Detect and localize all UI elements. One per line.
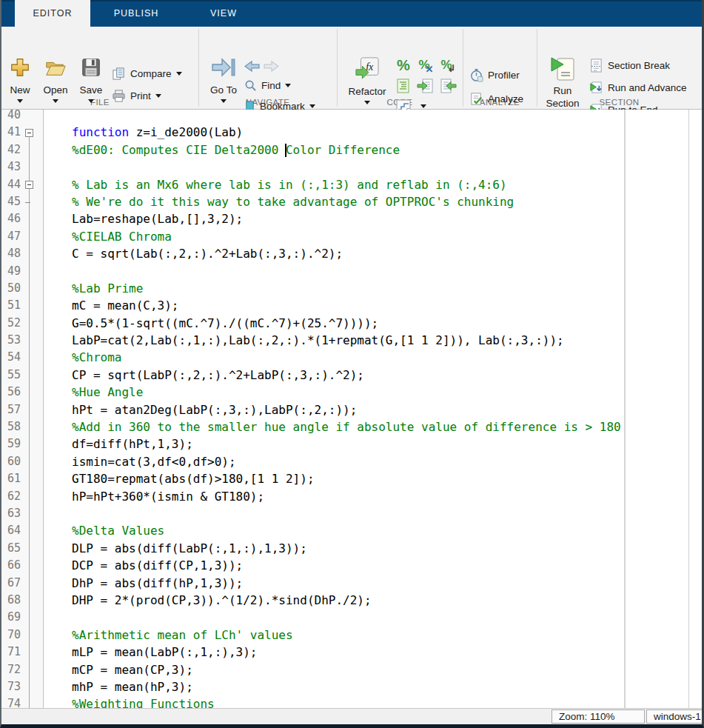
status-bar: Zoom: 110% windows-1	[1, 708, 702, 724]
encoding-indicator[interactable]: windows-1	[646, 709, 702, 724]
code-line[interactable]: 70%Arithmetic mean of LCh' values	[1, 627, 702, 644]
smart-indent-icon[interactable]	[395, 77, 412, 95]
fold-column[interactable]	[21, 176, 43, 193]
fold-column	[21, 592, 43, 609]
find-dropdown-arrow[interactable]	[285, 84, 291, 87]
line-number: 50	[1, 280, 21, 297]
wrap-comments-icon[interactable]: %↲	[439, 56, 457, 74]
line-number: 53	[1, 332, 21, 349]
fold-collapse-icon[interactable]	[25, 181, 33, 189]
code-line[interactable]: 61GT180=repmat(abs(df)>180,[1 1 2]);	[1, 470, 702, 487]
indent-options-dropdown-arrow[interactable]	[420, 104, 426, 108]
compare-icon	[112, 67, 126, 81]
indent-left-icon[interactable]	[439, 77, 457, 95]
code-line[interactable]: 46Lab=reshape(Lab,[],3,2);	[1, 210, 702, 227]
profiler-button[interactable]: Profiler	[469, 67, 520, 83]
fold-column	[21, 540, 43, 557]
code-line[interactable]: 40	[1, 110, 702, 124]
analyze-button[interactable]: Analyze	[469, 90, 523, 107]
line-number: 54	[1, 349, 21, 366]
fold-column	[21, 678, 43, 695]
fold-end-tick	[25, 202, 30, 203]
tab-view[interactable]: VIEW	[182, 0, 265, 27]
code-line[interactable]: 48C = sqrt(Lab(:,2,:).^2+Lab(:,3,:).^2);	[1, 245, 702, 262]
code-text: %Lab Prime	[43, 280, 143, 297]
code-line[interactable]: 67DhP = abs(diff(hP,1,3));	[1, 575, 702, 592]
code-line[interactable]: 53LabP=cat(2,Lab(:,1,:),Lab(:,2,:).*(1+r…	[1, 332, 702, 349]
code-line[interactable]: 55CP = sqrt(LabP(:,2,:).^2+LabP(:,3,:).^…	[1, 367, 702, 384]
fold-column	[21, 661, 43, 678]
code-line[interactable]: 43	[1, 158, 702, 176]
run-section-button[interactable]: Run Section	[544, 55, 581, 109]
code-line[interactable]: 45% We're do it this way to take advanta…	[1, 193, 702, 210]
code-line[interactable]: 63	[1, 505, 702, 522]
tab-publish[interactable]: PUBLISH	[90, 0, 182, 27]
goto-dropdown-arrow[interactable]	[221, 99, 227, 103]
code-line[interactable]: 65DLP = abs(diff(LabP(:,1,:),1,3));	[1, 540, 702, 557]
code-editor-pane[interactable]: 4041function z=i_de2000(Lab)42%dE00: Com…	[1, 110, 702, 708]
code-line[interactable]: 59df=diff(hPt,1,3);	[1, 435, 702, 453]
code-line[interactable]: 49	[1, 263, 702, 280]
open-button[interactable]: Open	[38, 56, 73, 103]
tab-editor[interactable]: EDITOR	[15, 0, 90, 27]
new-button[interactable]: New	[3, 56, 37, 103]
code-line[interactable]: 42%dE00: Computes CIE Delta2000 Color Di…	[1, 141, 702, 158]
save-button[interactable]: Save	[74, 56, 108, 103]
code-line[interactable]: 56%Hue Angle	[1, 384, 702, 401]
back-icon[interactable]	[243, 57, 261, 75]
code-line[interactable]: 68DHP = 2*(prod(CP,3)).^(1/2).*sind(DhP.…	[1, 592, 702, 609]
code-line[interactable]: 64%Delta Values	[1, 522, 702, 539]
code-text: %dE00: Computes CIE Delta2000 Color Diff…	[43, 141, 400, 158]
code-line[interactable]: 57hPt = atan2Deg(LabP(:,3,:),LabP(:,2,:)…	[1, 401, 702, 418]
refactor-button[interactable]: fx Refactor	[345, 56, 389, 104]
fold-column	[21, 522, 43, 539]
code-line[interactable]: 73mhP = mean(hP,3);	[1, 678, 702, 695]
code-text	[43, 110, 72, 124]
uncomment-icon[interactable]: %✕	[417, 56, 435, 74]
bookmark-dropdown-arrow[interactable]	[309, 104, 315, 108]
code-line[interactable]: 62hP=hPt+360*(ismin & GT180);	[1, 488, 702, 505]
code-text: hP=hPt+360*(ismin & GT180);	[43, 488, 264, 505]
code-text: DCP = abs(diff(CP,1,3));	[43, 557, 243, 574]
comment-icon[interactable]: %	[395, 56, 412, 74]
code-line[interactable]: 69	[1, 609, 702, 626]
line-number: 61	[1, 470, 21, 487]
find-button[interactable]: Find	[244, 77, 291, 93]
fold-column	[21, 280, 43, 297]
save-dropdown-arrow[interactable]	[88, 99, 94, 103]
code-line[interactable]: 44% Lab is an Mx6 where lab is in (:,1:3…	[1, 176, 702, 193]
line-number: 42	[1, 141, 21, 158]
code-line[interactable]: 72mCP = mean(CP,3);	[1, 661, 702, 678]
line-number: 41	[1, 124, 21, 141]
goto-button[interactable]: Go To	[207, 56, 240, 103]
refactor-dropdown-arrow[interactable]	[364, 101, 370, 104]
code-line[interactable]: 66DCP = abs(diff(CP,1,3));	[1, 557, 702, 574]
print-button[interactable]: Print	[112, 87, 161, 104]
zoom-level-indicator[interactable]: Zoom: 110%	[552, 709, 645, 724]
code-line[interactable]: 58%Add in 360 to the smaller hue angle i…	[1, 418, 702, 435]
code-line[interactable]: 50%Lab Prime	[1, 280, 702, 297]
code-line[interactable]: 52G=0.5*(1-sqrt((mC.^7)./((mC.^7)+(25.^7…	[1, 315, 702, 332]
code-line[interactable]: 60ismin=cat(3,df<0,df>0);	[1, 453, 702, 470]
code-text: GT180=repmat(abs(df)>180,[1 1 2]);	[43, 470, 315, 487]
fold-collapse-icon[interactable]	[25, 129, 33, 137]
open-dropdown-arrow[interactable]	[53, 99, 58, 103]
new-icon	[9, 56, 31, 79]
code-line[interactable]: 51mC = mean(C,3);	[1, 297, 702, 314]
code-line[interactable]: 54%Chroma	[1, 349, 702, 366]
fold-column[interactable]	[21, 193, 43, 210]
code-line[interactable]: 74%Weighting Functions	[1, 695, 702, 708]
code-line[interactable]: 41function z=i_de2000(Lab)	[1, 124, 702, 141]
section-break-button[interactable]: Section Break	[589, 57, 670, 73]
profiler-label: Profiler	[488, 70, 520, 81]
compare-button[interactable]: Compare	[112, 65, 182, 81]
indent-right-icon[interactable]	[417, 77, 435, 95]
print-dropdown-arrow[interactable]	[155, 94, 161, 98]
compare-dropdown-arrow[interactable]	[176, 72, 182, 76]
run-and-advance-button[interactable]: Run and Advance	[589, 79, 687, 96]
code-line[interactable]: 47%CIELAB Chroma	[1, 228, 702, 245]
new-dropdown-arrow[interactable]	[17, 99, 23, 103]
code-line[interactable]: 71mLP = mean(LabP(:,1,:),3);	[1, 644, 702, 661]
fold-column	[21, 488, 43, 505]
fold-column[interactable]	[21, 124, 43, 141]
